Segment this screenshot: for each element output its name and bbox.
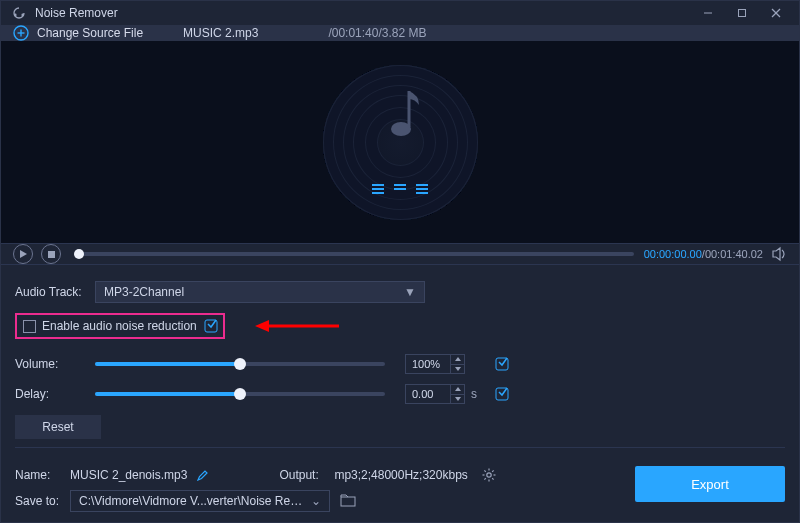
delay-slider[interactable] xyxy=(95,392,385,396)
saveto-select[interactable]: C:\Vidmore\Vidmore V...verter\Noise Remo… xyxy=(70,490,330,512)
volume-icon[interactable] xyxy=(771,246,787,262)
noise-reduction-label: Enable audio noise reduction xyxy=(42,319,203,333)
volume-slider-knob[interactable] xyxy=(234,358,246,370)
svg-rect-11 xyxy=(48,251,55,258)
volume-step-up[interactable] xyxy=(451,354,465,364)
svg-point-9 xyxy=(391,122,411,136)
maximize-button[interactable] xyxy=(725,1,759,25)
volume-slider-fill xyxy=(95,362,240,366)
volume-step-down[interactable] xyxy=(451,364,465,375)
name-label: Name: xyxy=(15,468,70,482)
output-settings-icon[interactable] xyxy=(482,468,496,482)
svg-marker-16 xyxy=(455,357,461,361)
timecode: 00:00:00.00/00:01:40.02 xyxy=(644,248,763,260)
app-window: Noise Remover Change Source File MUSIC 2… xyxy=(0,0,800,523)
audio-track-select[interactable]: MP3-2Channel ▼ xyxy=(95,281,425,303)
controls-panel: Audio Track: MP3-2Channel ▼ Enable audio… xyxy=(1,265,799,454)
svg-rect-31 xyxy=(341,497,355,506)
svg-line-29 xyxy=(492,470,493,471)
volume-stepper: 100% xyxy=(405,354,465,374)
seek-slider[interactable] xyxy=(79,252,634,256)
audio-track-label: Audio Track: xyxy=(15,285,95,299)
delay-slider-knob[interactable] xyxy=(234,388,246,400)
delay-step-down[interactable] xyxy=(451,394,465,405)
audio-disc-visual xyxy=(323,65,478,220)
audio-track-value: MP3-2Channel xyxy=(104,285,184,299)
delay-stepper: 0.00 xyxy=(405,384,465,404)
svg-marker-10 xyxy=(20,250,27,258)
svg-marker-19 xyxy=(455,387,461,391)
svg-marker-15 xyxy=(255,320,269,332)
source-filename: MUSIC 2.mp3 xyxy=(183,26,258,40)
noise-reduction-apply-icon[interactable] xyxy=(203,319,223,333)
volume-apply-icon[interactable] xyxy=(495,357,509,371)
delay-spin xyxy=(451,384,465,404)
play-button[interactable] xyxy=(13,244,33,264)
playback-bar: 00:00:00.00/00:01:40.02 xyxy=(1,243,799,265)
delay-slider-fill xyxy=(95,392,240,396)
svg-line-27 xyxy=(484,470,485,471)
chevron-down-icon: ⌄ xyxy=(311,494,321,508)
delay-apply-icon[interactable] xyxy=(495,387,509,401)
chevron-down-icon: ▼ xyxy=(404,285,416,299)
window-title: Noise Remover xyxy=(35,6,691,20)
annotation-arrow xyxy=(255,318,339,334)
svg-marker-12 xyxy=(773,248,780,260)
source-toolbar: Change Source File MUSIC 2.mp3 /00:01:40… xyxy=(1,25,799,41)
svg-marker-20 xyxy=(455,397,461,401)
time-total: 00:01:40.02 xyxy=(705,248,763,260)
close-button[interactable] xyxy=(759,1,793,25)
source-meta: /00:01:40/3.82 MB xyxy=(328,26,426,40)
open-folder-icon[interactable] xyxy=(340,494,356,508)
volume-label: Volume: xyxy=(15,357,95,371)
svg-line-30 xyxy=(484,478,485,479)
export-button[interactable]: Export xyxy=(635,466,785,502)
svg-rect-3 xyxy=(739,10,746,17)
volume-slider[interactable] xyxy=(95,362,385,366)
rename-icon[interactable] xyxy=(197,469,209,481)
noise-reduction-row: Enable audio noise reduction xyxy=(15,313,785,339)
volume-row: Volume: 100% xyxy=(15,349,785,379)
separator xyxy=(15,447,785,448)
reset-button[interactable]: Reset xyxy=(15,415,101,439)
seek-knob[interactable] xyxy=(74,249,84,259)
minimize-button[interactable] xyxy=(691,1,725,25)
delay-unit: s xyxy=(471,387,481,401)
music-note-icon xyxy=(377,85,423,145)
output-filename: MUSIC 2_denois.mp3 xyxy=(70,468,187,482)
preview-area xyxy=(1,41,799,243)
app-logo-icon xyxy=(11,5,27,21)
stop-button[interactable] xyxy=(41,244,61,264)
footer-panel: Name: MUSIC 2_denois.mp3 Output: mp3;2;4… xyxy=(1,454,799,523)
titlebar: Noise Remover xyxy=(1,1,799,25)
saveto-label: Save to: xyxy=(15,494,70,508)
equalizer-icon xyxy=(372,184,428,194)
audio-track-row: Audio Track: MP3-2Channel ▼ xyxy=(15,277,785,307)
svg-marker-17 xyxy=(455,367,461,371)
volume-spin xyxy=(451,354,465,374)
saveto-path: C:\Vidmore\Vidmore V...verter\Noise Remo… xyxy=(79,494,311,508)
window-controls xyxy=(691,1,793,25)
delay-row: Delay: 0.00 s xyxy=(15,379,785,409)
delay-value[interactable]: 0.00 xyxy=(405,384,451,404)
svg-point-0 xyxy=(14,14,17,17)
noise-reduction-checkbox[interactable] xyxy=(23,320,36,333)
change-source-button[interactable]: Change Source File xyxy=(37,26,143,40)
svg-point-22 xyxy=(487,473,491,477)
delay-label: Delay: xyxy=(15,387,95,401)
time-current: 00:00:00.00 xyxy=(644,248,702,260)
volume-value[interactable]: 100% xyxy=(405,354,451,374)
output-format: mp3;2;48000Hz;320kbps xyxy=(334,468,467,482)
noise-reduction-highlight: Enable audio noise reduction xyxy=(15,313,225,339)
delay-step-up[interactable] xyxy=(451,384,465,394)
plus-icon[interactable] xyxy=(13,25,29,41)
output-label: Output: xyxy=(279,468,334,482)
svg-line-28 xyxy=(492,478,493,479)
svg-point-1 xyxy=(21,14,24,17)
